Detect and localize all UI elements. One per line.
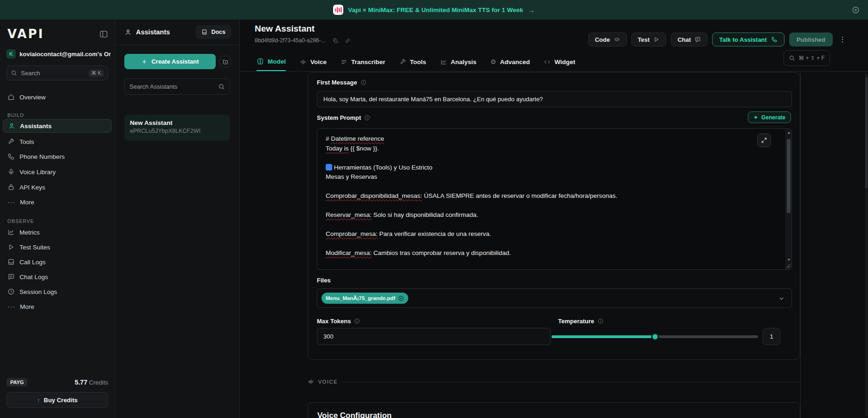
file-chip[interactable]: Menu_ManÃ¡75_grande.pdf — [321, 293, 408, 304]
chat-label: Chat — [677, 36, 691, 43]
scroll-up-icon[interactable]: ▲ — [786, 131, 792, 135]
tab-transcriber[interactable]: Transcriber — [341, 55, 386, 71]
temperature-slider[interactable] — [552, 335, 758, 338]
buy-credits-label: Buy Credits — [44, 397, 77, 404]
tab-analysis[interactable]: Analysis — [440, 55, 477, 71]
sidebar-item-voice-library[interactable]: Voice Library — [3, 165, 112, 179]
sidebar-item-more-observe[interactable]: ··· More — [3, 300, 112, 314]
sidebar-item-test-suites[interactable]: Test Suites — [3, 240, 112, 254]
arrow-right-icon: → — [528, 6, 535, 14]
code-button[interactable]: Code — [588, 33, 627, 46]
system-prompt-textarea[interactable]: # Datetime referenceToday is {{ $now }}.… — [317, 128, 792, 270]
person-icon — [8, 122, 15, 130]
ellipsis-icon: ··· — [7, 304, 15, 309]
published-button[interactable]: Published — [789, 33, 833, 46]
sidebar-item-metrics[interactable]: Metrics — [3, 225, 112, 239]
assistant-uuid: 8bd4fd8d-2f73-45a0-a286-... — [255, 37, 326, 44]
search-icon — [11, 70, 17, 76]
talk-label: Talk to Assistant — [719, 36, 767, 43]
sidebar-item-assistants[interactable]: Assistants — [3, 119, 112, 133]
tab-model[interactable]: Model — [257, 55, 286, 71]
scrollbar-thumb[interactable] — [865, 77, 868, 189]
phone-icon — [7, 153, 15, 160]
waveform-icon — [308, 379, 314, 385]
blue-square-icon — [326, 164, 332, 170]
search-assistants-input[interactable]: Search Assistants — [124, 78, 230, 95]
sidebar-item-overview[interactable]: Overview — [3, 90, 112, 104]
find-shortcut-box[interactable]: ⌘ + ⇧ + F — [784, 50, 830, 66]
files-select[interactable]: Menu_ManÃ¡75_grande.pdf — [317, 288, 792, 308]
voice-configuration-title: Voice Configuration — [317, 411, 392, 418]
chat-button[interactable]: Chat — [671, 33, 707, 46]
docs-label: Docs — [211, 29, 225, 35]
minimax-logo-icon — [333, 5, 343, 15]
search-icon — [789, 55, 795, 61]
docs-button[interactable]: Docs — [196, 25, 231, 39]
file-chip-name: Menu_ManÃ¡75_grande.pdf — [326, 295, 395, 301]
sidebar-item-tools[interactable]: Tools — [3, 135, 112, 149]
sidebar-item-session-logs[interactable]: Session Logs — [3, 285, 112, 299]
account-switcher[interactable]: K koviaiocontact@gmail.com's Or — [6, 49, 111, 59]
search-assistants-placeholder: Search Assistants — [129, 83, 214, 90]
tab-voice[interactable]: Voice — [300, 55, 327, 71]
first-message-input[interactable] — [317, 91, 792, 107]
assistant-list-item[interactable]: New Assistant ePRCLu5JYbpX8LKCF2WI — [124, 115, 230, 141]
create-assistant-button[interactable]: Create Assistant — [124, 54, 216, 69]
sidebar-item-label: Overview — [19, 94, 45, 101]
search-icon — [218, 83, 225, 90]
sidebar-item-phone-numbers[interactable]: Phone Numbers — [3, 150, 112, 163]
resize-handle[interactable] — [785, 263, 791, 269]
person-icon — [124, 28, 132, 36]
max-tokens-input[interactable] — [317, 328, 551, 345]
prompt-scroll-thumb[interactable] — [787, 139, 791, 213]
temperature-label: Temperature — [558, 318, 594, 325]
sidebar-item-chat-logs[interactable]: Chat Logs — [3, 270, 112, 284]
talk-to-assistant-button[interactable]: Talk to Assistant — [712, 33, 784, 46]
sidebar-search-input[interactable]: Search ⌘ K — [6, 65, 108, 80]
tab-label: Tools — [410, 59, 426, 65]
folder-add-button[interactable] — [219, 56, 231, 67]
sidebar-item-label: Phone Numbers — [19, 153, 65, 160]
wrench-icon — [7, 138, 15, 145]
play-icon — [653, 36, 660, 43]
page-scrollbar[interactable] — [865, 73, 868, 416]
sidebar-item-call-logs[interactable]: Call Logs — [3, 255, 112, 269]
sidebar-item-more-build[interactable]: ··· More — [3, 195, 112, 209]
remove-file-icon[interactable] — [398, 295, 404, 301]
microphone-icon — [7, 168, 15, 176]
test-button[interactable]: Test — [631, 33, 667, 46]
credits-label: Credits — [89, 379, 108, 386]
first-message-label: First Message — [317, 79, 357, 86]
max-tokens-label: Max Tokens — [317, 318, 351, 325]
main-content: New Assistant 8bd4fd8d-2f73-45a0-a286-..… — [240, 20, 868, 418]
temperature-slider-knob[interactable] — [651, 333, 659, 341]
assistants-panel: Assistants Docs Create Assistant Search … — [115, 20, 240, 418]
tab-advanced[interactable]: ⚙ Advanced — [490, 55, 530, 71]
sidebar-item-label: Session Logs — [19, 288, 57, 295]
sidebar-collapse-icon[interactable] — [99, 30, 108, 39]
billing-section: PAYG 5.77 Credits ↑ Buy Credits — [6, 378, 108, 408]
kebab-menu-icon[interactable]: ⋮ — [837, 35, 848, 44]
avatar: K — [6, 49, 16, 59]
generate-button[interactable]: ✦ Generate — [748, 111, 791, 123]
tab-label: Transcriber — [351, 59, 386, 65]
call-log-icon — [7, 258, 15, 266]
sidebar-item-label: Call Logs — [19, 259, 45, 266]
scroll-down-icon[interactable]: ▼ — [786, 258, 792, 262]
tab-widget[interactable]: Widget — [544, 55, 575, 71]
prompt-scrollbar[interactable]: ▲ ▼ — [785, 129, 791, 269]
sidebar-item-api-keys[interactable]: API Keys — [3, 180, 112, 194]
banner-close-icon[interactable] — [852, 6, 860, 14]
expand-button[interactable] — [757, 133, 771, 147]
sidebar-item-label: API Keys — [19, 184, 45, 191]
buy-credits-button[interactable]: ↑ Buy Credits — [6, 392, 108, 408]
line-chart-icon — [7, 229, 15, 236]
gear-icon: ⚙ — [490, 59, 496, 65]
copy-icon[interactable] — [332, 38, 338, 44]
link-icon[interactable] — [345, 38, 351, 44]
command-k-shortcut: ⌘ K — [89, 69, 104, 77]
create-assistant-label: Create Assistant — [151, 58, 199, 65]
tab-tools[interactable]: Tools — [399, 55, 426, 71]
banner-text: Vapi × MiniMax: FREE & Unlimited MiniMax… — [348, 7, 523, 13]
promo-banner[interactable]: Vapi × MiniMax: FREE & Unlimited MiniMax… — [0, 0, 868, 20]
